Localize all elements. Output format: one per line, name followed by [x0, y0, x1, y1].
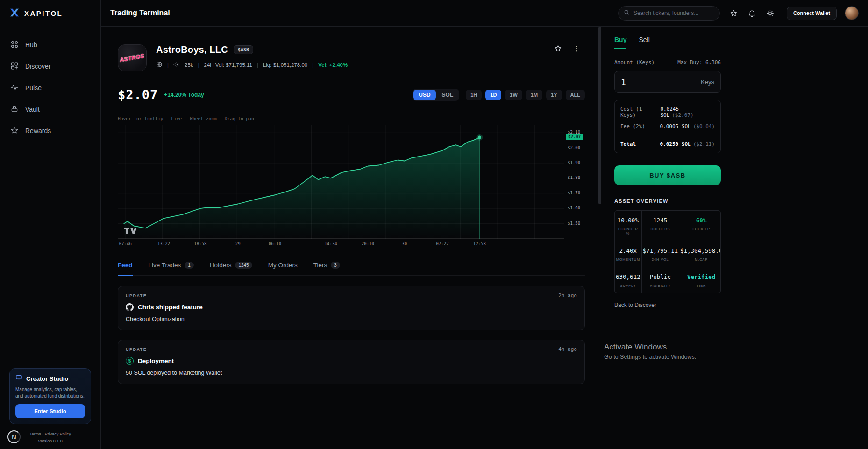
- chart-canvas[interactable]: [118, 125, 564, 239]
- total-sol-value: 0.0250 SOL: [660, 141, 690, 147]
- tab-holders[interactable]: Holders 1245: [210, 262, 252, 276]
- terms-link[interactable]: Terms: [29, 432, 41, 436]
- x-axis-tick: 06:10: [269, 242, 281, 246]
- watchlist-star-icon[interactable]: [554, 44, 562, 52]
- total-label: Total: [620, 141, 636, 147]
- watchers-count: 25k: [185, 62, 193, 68]
- ticker-badge: $ASB: [234, 45, 253, 54]
- order-summary: Cost (1 Keys) 0.0245 SOL($2.07) Fee (2%)…: [614, 100, 721, 153]
- price-change: +14.20% Today: [164, 92, 204, 98]
- page-title: Trading Terminal: [110, 9, 170, 17]
- y-axis-tick: $2.00: [568, 145, 580, 150]
- token-meta: | 25k | 24H Vol: $71,795.11 | Liq: $1,05…: [156, 61, 348, 69]
- creator-studio-title: Creator Studio: [26, 375, 68, 382]
- scrollbar-thumb[interactable]: [598, 27, 601, 204]
- currency-toggle: USD SOL: [413, 89, 459, 101]
- currency-usd-button[interactable]: USD: [413, 90, 435, 100]
- sidebar-item-rewards[interactable]: Rewards: [10, 126, 90, 136]
- meta-separator: |: [198, 62, 199, 68]
- tradingview-logo-icon[interactable]: [124, 227, 137, 235]
- time-axis[interactable]: 07:4613:2218:582906:1014:3420:103007:221…: [118, 242, 564, 248]
- stat-visibility: Public VISIBILITY: [642, 267, 679, 293]
- eye-icon: [173, 61, 180, 69]
- feed-body: Checkout Optimization: [126, 316, 577, 322]
- x-axis-tick: 07:46: [119, 242, 132, 246]
- timeframe-1w-button[interactable]: 1W: [505, 90, 522, 100]
- sidebar-item-label: Pulse: [25, 84, 42, 92]
- feed-card[interactable]: UPDATE 4h ago $ Deployment 50 SOL deploy…: [118, 340, 585, 384]
- sidebar-item-label: Discover: [25, 63, 50, 70]
- favorites-star-icon[interactable]: [730, 9, 738, 17]
- back-to-discover-link[interactable]: Back to Discover: [614, 302, 721, 308]
- timeframe-1h-button[interactable]: 1H: [466, 90, 482, 100]
- brand-logo[interactable]: XAPITOL: [0, 0, 100, 27]
- n-widget-button[interactable]: N: [7, 430, 21, 443]
- timeframe-all-button[interactable]: ALL: [566, 90, 585, 100]
- connect-wallet-button[interactable]: Connect Wallet: [787, 7, 837, 20]
- price-axis[interactable]: $2.07 $2.10$2.00$1.90$1.80$1.70$1.60$1.5…: [564, 125, 585, 239]
- sidebar-nav: Hub Discover Pulse Vault Rewards: [0, 27, 100, 147]
- x-logo-icon: [9, 7, 20, 20]
- stat-mcap: $1,304,598.0 M.CAP: [679, 241, 721, 267]
- feed-title: Deployment: [138, 357, 174, 364]
- currency-sol-button[interactable]: SOL: [437, 90, 459, 100]
- search-input[interactable]: [633, 10, 714, 16]
- bell-icon[interactable]: [748, 9, 756, 17]
- timeframe-1m-button[interactable]: 1M: [526, 90, 542, 100]
- x-axis-tick: 18:58: [194, 242, 206, 246]
- meta-separator: |: [257, 62, 258, 68]
- main-content: ASTROS AstroBoys, LLC $ASB | 25k |: [101, 27, 602, 449]
- x-axis-tick: 29: [235, 242, 241, 246]
- tab-sell[interactable]: Sell: [639, 36, 649, 49]
- lock-icon: [10, 105, 19, 114]
- timeframe-1d-button[interactable]: 1D: [485, 90, 501, 100]
- watermark-line2: Go to Settings to activate Windows.: [604, 354, 696, 360]
- stat-label: HOLDERS: [643, 227, 678, 231]
- price-row: $2.07 +14.20% Today USD SOL 1H 1D 1W 1M …: [118, 87, 585, 102]
- stat-label: SUPPLY: [616, 284, 640, 288]
- tab-tiers[interactable]: Tiers 3: [313, 262, 340, 276]
- asset-stats-grid: 10.00% FOUNDER % 1245 HOLDERS 60% LOCK L…: [614, 210, 721, 293]
- liquidity: Liq: $1,051,278.00: [263, 62, 307, 68]
- y-axis-tick: $1.80: [568, 175, 580, 180]
- github-icon: [126, 303, 134, 311]
- feed-list: UPDATE 2h ago Chris shipped feature Chec…: [118, 286, 585, 384]
- feed-title: Chris shipped feature: [138, 304, 203, 311]
- max-buy-label[interactable]: Max Buy: 6,306: [677, 59, 721, 65]
- star-icon: [10, 126, 19, 136]
- sidebar-item-label: Rewards: [25, 127, 51, 135]
- tab-my-orders[interactable]: My Orders: [268, 262, 298, 276]
- tab-buy[interactable]: Buy: [614, 36, 626, 49]
- x-axis-tick: 07:22: [436, 242, 448, 246]
- creator-studio-description: Manage analytics, cap tables, and automa…: [15, 386, 85, 399]
- buy-asb-button[interactable]: BUY $ASB: [614, 165, 721, 185]
- enter-studio-button[interactable]: Enter Studio: [15, 404, 85, 418]
- sidebar-item-hub[interactable]: Hub: [10, 40, 90, 50]
- sidebar-item-pulse[interactable]: Pulse: [10, 83, 90, 93]
- tab-badge: 1: [185, 262, 194, 269]
- more-options-icon[interactable]: ⋮: [573, 45, 580, 52]
- tab-live-trades[interactable]: Live Trades 1: [149, 262, 194, 276]
- sidebar-item-vault[interactable]: Vault: [10, 104, 90, 114]
- stat-value: $71,795.11: [643, 247, 678, 254]
- amount-field: Keys: [614, 71, 721, 93]
- volume-24h: 24H Vol: $71,795.11: [204, 62, 252, 68]
- feed-card[interactable]: UPDATE 2h ago Chris shipped feature Chec…: [118, 286, 585, 330]
- amount-label: Amount (Keys): [614, 59, 655, 65]
- discover-icon: [10, 62, 19, 71]
- sidebar-item-discover[interactable]: Discover: [10, 61, 90, 71]
- user-avatar[interactable]: [845, 6, 859, 20]
- feed-timestamp: 2h ago: [558, 292, 577, 299]
- stat-tier: Verified TIER: [679, 267, 721, 293]
- y-axis-tick: $2.10: [568, 130, 580, 135]
- tab-feed[interactable]: Feed: [118, 262, 133, 276]
- theme-sun-icon[interactable]: [766, 9, 775, 17]
- timeframe-1y-button[interactable]: 1Y: [546, 90, 562, 100]
- main-scrollbar[interactable]: [598, 27, 601, 449]
- privacy-link[interactable]: Privacy Policy: [45, 432, 71, 436]
- stat-holders: 1245 HOLDERS: [642, 211, 679, 241]
- topbar: Trading Terminal Connect Wallet: [101, 0, 868, 27]
- amount-input[interactable]: [621, 77, 701, 87]
- globe-icon[interactable]: [156, 61, 163, 69]
- sidebar-item-label: Vault: [25, 106, 40, 113]
